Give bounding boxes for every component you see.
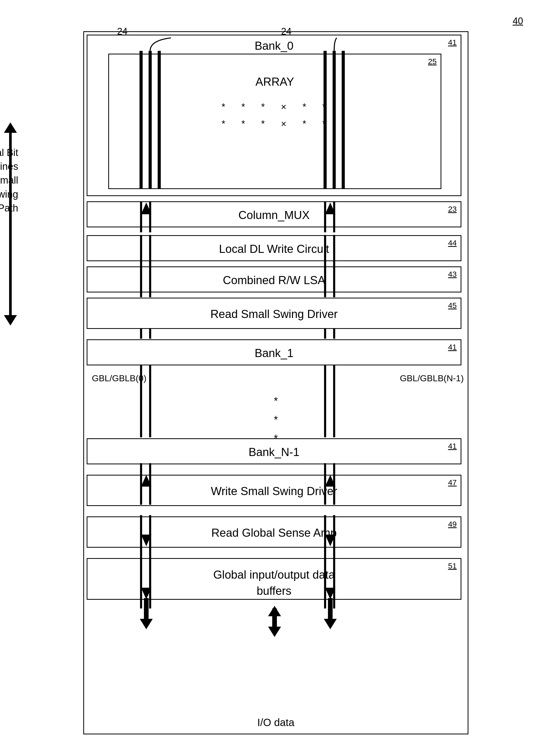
array-label: ARRAY <box>109 75 441 88</box>
rgsa-label: Read Global Sense Amp <box>87 517 461 548</box>
colmux-label: Column_MUX <box>87 202 461 228</box>
vertical-arrow-svg <box>0 120 21 328</box>
gbl-right-label: GBL/GBLB(N-1) <box>400 373 464 383</box>
svg-marker-51 <box>268 627 281 637</box>
bankn1-box: Bank_N-1 41 <box>87 438 461 464</box>
write-ssd-label: Write Small Swing Driver <box>87 476 461 507</box>
svg-marker-55 <box>4 315 17 326</box>
gbl-left-label: GBL/GBLB(0) <box>92 373 147 383</box>
array-ref: 25 <box>428 57 437 66</box>
rgsa-box: Read Global Sense Amp 49 <box>87 517 461 548</box>
bank1-label: Bank_1 <box>87 340 461 366</box>
bank0-box: Bank_0 41 25 ARRAY * * * × * ** * * × * … <box>87 35 461 196</box>
rw-lsa-ref: 43 <box>448 270 457 279</box>
main-box: Bank_0 41 25 ARRAY * * * × * ** * * × * … <box>83 31 468 734</box>
local-dl-label: Local DL Write Circuit <box>87 236 461 262</box>
write-ssd-box: Write Small Swing Driver 47 <box>87 475 461 506</box>
read-ssd-box: Read Small Swing Driver 45 <box>87 298 461 329</box>
io-data-label: I/O data <box>84 717 468 729</box>
read-ssd-ref: 45 <box>448 301 457 310</box>
giodb-label: Global input/output databuffers <box>87 559 461 599</box>
svg-marker-47 <box>140 619 153 629</box>
svg-marker-49 <box>324 619 337 629</box>
local-dl-box: Local DL Write Circuit 44 <box>87 235 461 261</box>
bankn1-label: Bank_N-1 <box>87 439 461 465</box>
bank1-box: Bank_1 41 <box>87 339 461 365</box>
colmux-ref: 23 <box>448 205 457 214</box>
giodb-ref: 51 <box>448 561 457 570</box>
bankn1-ref: 41 <box>448 442 457 451</box>
read-ssd-label: Read Small Swing Driver <box>87 298 461 330</box>
rw-lsa-box: Combined R/W LSA 43 <box>87 266 461 292</box>
ref-40: 40 <box>513 16 523 26</box>
bank0-label: Bank_0 <box>87 39 461 52</box>
rgsa-ref: 49 <box>448 520 457 529</box>
local-dl-ref: 44 <box>448 238 457 248</box>
bank1-ref: 41 <box>448 343 457 352</box>
rw-lsa-label: Combined R/W LSA <box>87 267 461 293</box>
giodb-box: Global input/output databuffers 51 <box>87 558 461 600</box>
colmux-box: Column_MUX 23 <box>87 201 461 227</box>
write-ssd-ref: 47 <box>448 478 457 487</box>
svg-marker-54 <box>4 122 17 133</box>
array-dots: * * * × * ** * * × * * <box>109 99 441 133</box>
array-box: 25 ARRAY * * * × * ** * * × * * <box>108 54 441 189</box>
bank0-ref: 41 <box>448 38 457 47</box>
svg-marker-52 <box>268 606 281 616</box>
